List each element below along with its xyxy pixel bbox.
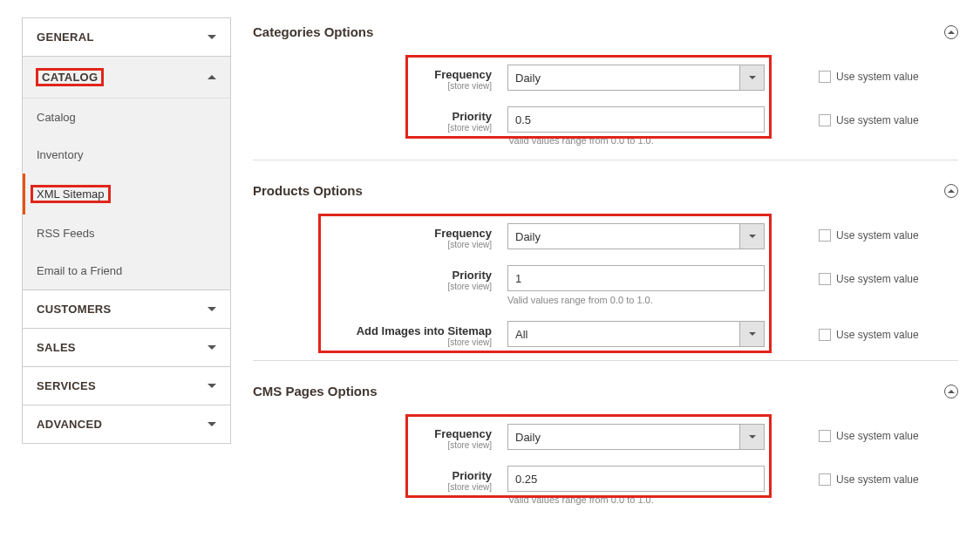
field-row-frequency: Frequency [store view] Daily	[412, 65, 766, 91]
use-system-checkbox[interactable]	[819, 473, 831, 486]
frequency-select[interactable]: Daily	[507, 424, 765, 450]
section-header[interactable]: Products Options	[253, 176, 958, 214]
collapse-icon[interactable]	[944, 184, 958, 198]
cms-field-group: Frequency [store view] Daily	[405, 414, 772, 498]
use-system-label: Use system value	[836, 273, 919, 285]
use-system-checkbox[interactable]	[819, 114, 831, 126]
use-system-checkbox[interactable]	[819, 273, 831, 285]
field-label: Priority	[324, 269, 492, 282]
field-row-frequency: Frequency [store view] Daily	[324, 223, 766, 249]
section-title: CMS Pages Options	[253, 384, 378, 398]
categories-field-group: Frequency [store view] Daily	[405, 55, 772, 139]
field-label: Frequency	[324, 227, 492, 240]
section-header[interactable]: Categories Options	[253, 17, 958, 55]
sidebar-item-label: SALES	[37, 341, 76, 354]
field-row-priority: Priority [store view]	[412, 106, 766, 133]
section-title: Products Options	[253, 183, 363, 198]
use-system-label: Use system value	[836, 114, 919, 126]
chevron-down-icon	[208, 307, 216, 311]
field-scope: [store view]	[324, 240, 492, 249]
section-header[interactable]: CMS Pages Options	[253, 377, 958, 414]
chevron-up-icon	[208, 75, 216, 79]
use-system-checkbox[interactable]	[819, 71, 831, 83]
sidebar-customers[interactable]: CUSTOMERS	[22, 290, 231, 329]
config-sidebar: GENERAL CATALOG Catalog Inventory XML Si…	[22, 17, 231, 535]
dropdown-icon	[739, 425, 764, 449]
sidebar-item-label: GENERAL	[37, 31, 94, 44]
field-label: Frequency	[412, 427, 492, 440]
select-value: Daily	[515, 431, 541, 444]
frequency-select[interactable]: Daily	[507, 65, 765, 91]
use-system-label: Use system value	[836, 473, 919, 486]
frequency-select[interactable]: Daily	[507, 223, 765, 249]
field-label: Priority	[412, 110, 492, 123]
field-scope: [store view]	[324, 282, 492, 291]
add-images-select[interactable]: All	[507, 321, 765, 347]
field-scope: [store view]	[324, 337, 492, 347]
sidebar-catalog-children: Catalog Inventory XML Sitemap RSS Feeds …	[23, 98, 230, 289]
field-scope: [store view]	[412, 81, 492, 91]
sidebar-item-label: CATALOG	[37, 69, 103, 85]
collapse-icon[interactable]	[944, 385, 958, 398]
chevron-down-icon	[208, 345, 216, 350]
dropdown-icon	[739, 224, 764, 249]
priority-input[interactable]	[507, 106, 765, 133]
field-scope: [store view]	[412, 123, 492, 133]
select-value: All	[515, 328, 527, 341]
collapse-icon[interactable]	[944, 25, 958, 39]
sidebar-child-inventory[interactable]: Inventory	[23, 136, 230, 174]
sidebar-catalog: CATALOG Catalog Inventory XML Sitemap RS…	[22, 57, 231, 290]
sidebar-advanced[interactable]: ADVANCED	[22, 405, 231, 444]
field-scope: [store view]	[412, 440, 492, 450]
field-row-priority: Priority [store view] Valid values range…	[324, 265, 766, 305]
select-value: Daily	[515, 230, 541, 243]
use-system-label: Use system value	[836, 71, 919, 83]
dropdown-icon	[739, 322, 764, 346]
dropdown-icon	[739, 65, 764, 90]
section-cms-pages-options: CMS Pages Options Frequency [store view]	[253, 377, 958, 519]
sidebar-services[interactable]: SERVICES	[22, 367, 231, 405]
field-label: Frequency	[412, 68, 492, 81]
sidebar-child-rss[interactable]: RSS Feeds	[23, 215, 230, 252]
chevron-down-icon	[208, 422, 216, 426]
use-system-checkbox[interactable]	[819, 329, 831, 341]
use-system-checkbox[interactable]	[819, 229, 831, 242]
sidebar-general[interactable]: GENERAL	[22, 17, 231, 57]
sidebar-item-label: SERVICES	[37, 379, 96, 392]
chevron-down-icon	[208, 384, 216, 388]
field-label: Add Images into Sitemap	[324, 324, 492, 337]
sidebar-child-label: XML Sitemap	[31, 186, 110, 202]
section-title: Categories Options	[253, 24, 373, 39]
use-system-checkbox[interactable]	[819, 430, 831, 442]
select-value: Daily	[515, 72, 541, 85]
sidebar-sales[interactable]: SALES	[22, 329, 231, 367]
section-products-options: Products Options Frequency [store view]	[253, 176, 958, 361]
config-main: Categories Options Frequency [store view…	[253, 17, 958, 535]
sidebar-catalog-header[interactable]: CATALOG	[23, 57, 230, 98]
field-row-priority: Priority [store view]	[412, 466, 766, 492]
field-row-add-images: Add Images into Sitemap [store view] All	[324, 321, 766, 347]
section-categories-options: Categories Options Frequency [store view…	[253, 17, 958, 160]
chevron-down-icon	[208, 35, 216, 39]
field-scope: [store view]	[412, 482, 492, 492]
sidebar-child-xml-sitemap[interactable]: XML Sitemap	[23, 174, 230, 215]
field-label: Priority	[412, 469, 492, 482]
sidebar-child-catalog[interactable]: Catalog	[23, 99, 230, 136]
use-system-label: Use system value	[836, 430, 919, 442]
sidebar-item-label: ADVANCED	[37, 418, 102, 431]
sidebar-item-label: CUSTOMERS	[37, 303, 112, 316]
priority-input[interactable]	[507, 466, 765, 492]
field-row-frequency: Frequency [store view] Daily	[412, 424, 766, 450]
help-text: Valid values range from 0.0 to 1.0.	[507, 295, 765, 305]
products-field-group: Frequency [store view] Daily	[318, 214, 772, 353]
use-system-label: Use system value	[836, 329, 919, 341]
priority-input[interactable]	[507, 265, 765, 291]
sidebar-child-email-friend[interactable]: Email to a Friend	[23, 252, 230, 289]
use-system-label: Use system value	[836, 229, 919, 242]
